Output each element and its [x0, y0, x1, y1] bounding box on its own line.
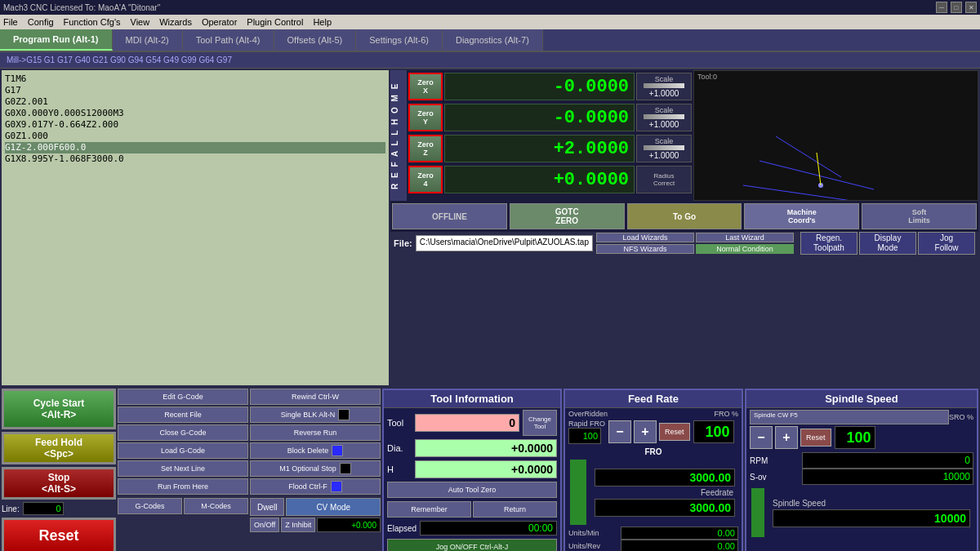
edit-gcode-btn[interactable]: Edit G-Code	[118, 389, 248, 405]
tabs-bar: Program Run (Alt-1) MDI (Alt-2) Tool Pat…	[0, 29, 980, 52]
line-input[interactable]	[23, 502, 64, 515]
single-blk-btn[interactable]: Single BLK Alt-N	[250, 407, 381, 423]
cvmode-btn[interactable]: CV Mode	[286, 498, 381, 516]
tool-value: 0	[415, 414, 519, 432]
tab-diagnostics[interactable]: Diagnostics (Alt-7)	[443, 29, 543, 51]
regen-toolpath-btn[interactable]: Regen.Toolpath	[800, 232, 858, 255]
gcode-line-1: T1M6	[5, 73, 385, 85]
change-tool-btn[interactable]: ChangeTool	[523, 410, 557, 436]
g-codes-btn[interactable]: G-Codes	[118, 498, 182, 514]
gcode-line-2: G17	[5, 85, 385, 96]
tab-settings[interactable]: Settings (Alt-6)	[356, 29, 443, 51]
stop-btn[interactable]: Stop<Alt-S>	[2, 467, 116, 500]
m1-opt-stop-btn[interactable]: M1 Optional Stop	[250, 460, 381, 477]
reverse-run-btn[interactable]: Reverse Run	[250, 424, 381, 441]
fro-green-bar	[570, 460, 586, 525]
cycle-start-btn[interactable]: Cycle Start<Alt-R>	[2, 389, 116, 429]
minimize-btn[interactable]: ─	[936, 2, 947, 13]
run-from-here-btn[interactable]: Run From Here	[118, 478, 248, 495]
zinhibit-btn[interactable]: Z Inhibit	[281, 518, 315, 532]
sov-value: 10000	[802, 469, 973, 485]
dro-value-x: -0.0000	[444, 73, 635, 100]
file-path[interactable]: C:\Users\macia\OneDrive\Pulpit\AZUOLAS.t…	[416, 235, 593, 251]
single-blk-indicator	[338, 409, 350, 420]
dro-row-x: ZeroX -0.0000 Scale +1.0000	[408, 72, 692, 101]
goto-zero-btn[interactable]: GOTCZERO	[510, 203, 625, 229]
menu-file[interactable]: File	[3, 17, 18, 27]
gcode-editor[interactable]: T1M6 G17 G0Z2.001 G0X0.000Y0.000S12000M3…	[2, 70, 389, 385]
dro-axes: ZeroX -0.0000 Scale +1.0000 ZeroY -0.000…	[407, 70, 693, 201]
dro-buttons: OFFLINE GOTCZERO To Go MachineCoord's So…	[390, 201, 978, 232]
menu-wizards[interactable]: Wizards	[159, 17, 192, 27]
units-min-row: Units/Min 0.00	[565, 527, 742, 540]
return-btn[interactable]: Return	[473, 501, 557, 518]
set-next-line-btn[interactable]: Set Next Line	[118, 460, 248, 477]
fro-plus-btn[interactable]: +	[634, 420, 657, 443]
close-btn[interactable]: ✕	[965, 2, 977, 13]
fro-reset-btn[interactable]: Reset	[659, 423, 690, 441]
zero-z-btn[interactable]: ZeroZ	[408, 135, 443, 162]
load-wizards-btn[interactable]: Load Wizards	[596, 233, 694, 242]
on-off-btn[interactable]: On/Off	[250, 518, 279, 532]
file-label: File:	[394, 238, 412, 248]
tab-offsets[interactable]: Offsets (Alt-5)	[274, 29, 357, 51]
svg-rect-0	[694, 71, 978, 200]
fro-minus-btn[interactable]: −	[608, 420, 631, 443]
gcode-line-5: G0X9.017Y-0.664Z2.000	[5, 119, 385, 131]
dwell-btn[interactable]: Dwell	[250, 498, 284, 516]
nfs-wizards-btn[interactable]: NFS Wizards	[596, 244, 694, 254]
menu-help[interactable]: Help	[313, 17, 332, 27]
jog-on-off-btn[interactable]: Jog ON/OFF Ctrl-Alt-J	[387, 539, 557, 551]
dia-value: +0.0000	[415, 439, 557, 457]
zero-4-btn[interactable]: Zero4	[408, 166, 443, 193]
reset-btn[interactable]: Reset	[2, 518, 116, 551]
units-min-label: Units/Min	[568, 529, 617, 537]
m-codes-btn[interactable]: M-Codes	[184, 498, 248, 514]
tool-info-panel: Tool Information Tool 0 ChangeTool Dia. …	[382, 389, 562, 551]
soft-limits-btn[interactable]: SoftLimits	[862, 203, 977, 229]
menu-plugin-control[interactable]: Plugin Control	[247, 17, 303, 27]
zero-x-btn[interactable]: ZeroX	[408, 73, 443, 100]
elapsed-label: Elapsed	[387, 524, 416, 533]
flood-ctrl-f-btn[interactable]: Flood Ctrl-F	[250, 478, 381, 495]
spindle-cw-btn[interactable]: Spindle CW F5	[750, 410, 949, 424]
gcode-controls: Edit G-Code Recent File Close G-Code Loa…	[118, 389, 248, 551]
load-gcode-btn[interactable]: Load G-Code	[118, 442, 248, 459]
last-wizard-btn[interactable]: Last Wizard	[696, 233, 794, 242]
display-mode-btn[interactable]: DisplayMode	[859, 232, 916, 255]
tab-program-run[interactable]: Program Run (Alt-1)	[0, 29, 113, 51]
fro-section: OverRidden FRO % Rapid FRO 100 − + Reset…	[565, 408, 742, 446]
remember-btn[interactable]: Remember	[387, 501, 471, 518]
recent-file-btn[interactable]: Recent File	[118, 407, 248, 423]
sro-plus-btn[interactable]: +	[775, 426, 798, 449]
sro-big-value: 100	[835, 426, 875, 449]
menu-view[interactable]: View	[131, 17, 150, 27]
jog-follow-btn[interactable]: JogFollow	[918, 232, 975, 255]
lower-panels: Cycle Start<Alt-R> Feed Hold<Spc> Stop<A…	[0, 387, 980, 551]
sro-minus-btn[interactable]: −	[750, 426, 773, 449]
offline-btn[interactable]: OFFLINE	[392, 203, 507, 229]
units-rev-value: 0.00	[621, 540, 738, 551]
window-controls: ─ □ ✕	[936, 2, 977, 13]
tab-tool-path[interactable]: Tool Path (Alt-4)	[183, 29, 274, 51]
flood-indicator	[331, 481, 342, 492]
fro-display-value: 3000.00	[595, 469, 735, 487]
menu-function-cfgs[interactable]: Function Cfg's	[64, 17, 121, 27]
machine-coords-btn[interactable]: MachineCoord's	[744, 203, 859, 229]
close-gcode-btn[interactable]: Close G-Code	[118, 424, 248, 441]
fro-top: OverRidden FRO %	[568, 410, 738, 418]
auto-tool-zero-btn[interactable]: Auto Tool Zero	[387, 482, 557, 498]
feed-rate-panel: Feed Rate OverRidden FRO % Rapid FRO 100…	[564, 389, 743, 551]
fro-controls: − + Reset	[608, 420, 690, 443]
block-delete-btn[interactable]: Block Delete	[250, 442, 381, 459]
menu-config[interactable]: Config	[28, 17, 54, 27]
maximize-btn[interactable]: □	[951, 2, 962, 13]
scale-z-box: Scale +1.0000	[636, 135, 692, 162]
tab-mdi[interactable]: MDI (Alt-2)	[113, 29, 183, 51]
zero-y-btn[interactable]: ZeroY	[408, 104, 443, 131]
feed-hold-btn[interactable]: Feed Hold<Spc>	[2, 432, 116, 464]
rewind-btn[interactable]: Rewind Ctrl-W	[250, 389, 381, 405]
menu-operator[interactable]: Operator	[202, 17, 237, 27]
to-go-btn[interactable]: To Go	[627, 203, 742, 229]
sro-reset-btn[interactable]: Reset	[800, 429, 831, 447]
